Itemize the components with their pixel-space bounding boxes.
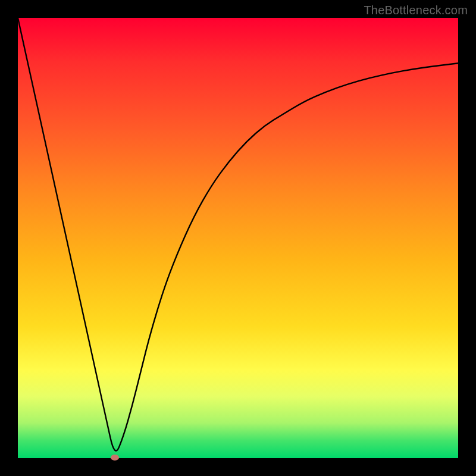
plot-area bbox=[18, 18, 458, 458]
min-marker bbox=[111, 455, 119, 461]
chart-frame: TheBottleneck.com bbox=[0, 0, 476, 476]
watermark-text: TheBottleneck.com bbox=[364, 4, 468, 17]
bottleneck-curve bbox=[18, 18, 458, 458]
